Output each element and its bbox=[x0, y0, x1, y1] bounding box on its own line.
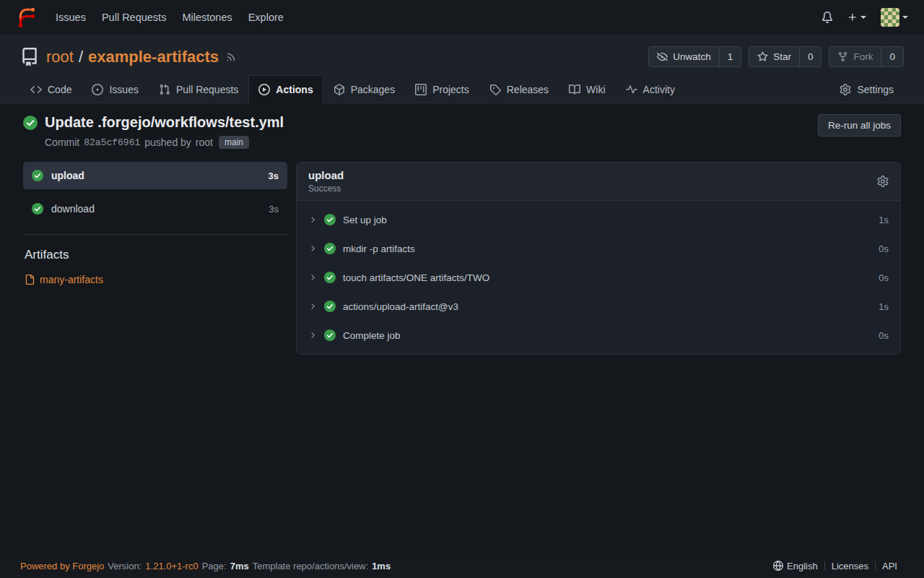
check-circle-icon bbox=[32, 203, 43, 215]
licenses-link[interactable]: Licenses bbox=[825, 561, 875, 571]
fork-button[interactable]: Fork bbox=[829, 47, 881, 66]
repo-name-link[interactable]: example-artifacts bbox=[88, 48, 219, 66]
user-menu[interactable] bbox=[881, 8, 908, 27]
job-detail-header: upload Success bbox=[297, 163, 900, 201]
unwatch-button[interactable]: Unwatch bbox=[649, 47, 719, 66]
star-button-group: Star 0 bbox=[749, 46, 821, 67]
artifact-link-many-artifacts[interactable]: many-artifacts bbox=[25, 274, 287, 285]
rerun-all-jobs-button[interactable]: Re-run all jobs bbox=[818, 114, 901, 137]
nav-milestones[interactable]: Milestones bbox=[174, 6, 240, 29]
book-icon bbox=[569, 84, 580, 95]
repo-action-buttons: Unwatch 1 Star 0 Fork 0 bbox=[648, 46, 904, 67]
run-title: Update .forgejo/workflows/test.yml bbox=[45, 114, 284, 131]
code-icon bbox=[30, 84, 42, 95]
step-row-upload-artifact[interactable]: actions/upload-artifact@v3 1s bbox=[297, 292, 900, 321]
step-row-set-up-job[interactable]: Set up job 1s bbox=[297, 205, 900, 234]
fork-button-group: Fork 0 bbox=[829, 46, 904, 67]
plus-icon bbox=[847, 12, 858, 22]
fork-icon bbox=[837, 51, 848, 62]
run-status-success-icon bbox=[23, 116, 38, 130]
repo-tabs: Code Issues Pull Requests Actions Packag… bbox=[20, 75, 904, 103]
step-row-complete-job[interactable]: Complete job 0s bbox=[297, 321, 900, 350]
tab-projects[interactable]: Projects bbox=[405, 75, 479, 103]
template-time-value: 1ms bbox=[372, 561, 391, 571]
tab-pull-requests[interactable]: Pull Requests bbox=[149, 75, 248, 103]
step-row-mkdir[interactable]: mkdir -p artifacts 0s bbox=[297, 234, 900, 263]
job-detail-title: upload bbox=[308, 169, 344, 181]
language-menu[interactable]: English bbox=[767, 561, 824, 571]
repo-owner-link[interactable]: root bbox=[46, 48, 74, 66]
footer-left: Powered by Forgejo Version: 1.21.0+1-rc0… bbox=[20, 561, 391, 571]
step-duration: 0s bbox=[879, 330, 889, 341]
artifacts-heading: Artifacts bbox=[25, 248, 287, 262]
eye-slash-icon bbox=[657, 51, 668, 62]
star-icon bbox=[757, 51, 768, 62]
version-link[interactable]: 1.21.0+1-rc0 bbox=[145, 561, 198, 571]
tab-issues[interactable]: Issues bbox=[82, 75, 148, 103]
rss-feed-button[interactable] bbox=[226, 52, 236, 62]
bell-icon bbox=[821, 12, 833, 23]
powered-by-forgejo-link[interactable]: Powered by Forgejo bbox=[20, 561, 104, 571]
job-item-upload[interactable]: upload 3s bbox=[23, 162, 287, 189]
chevron-right-icon bbox=[308, 215, 317, 224]
commit-sha-link[interactable]: 82a5cf6961 bbox=[84, 137, 140, 148]
job-detail-status: Success bbox=[308, 184, 344, 194]
avatar bbox=[881, 8, 899, 27]
step-row-touch-artifacts[interactable]: touch artifacts/ONE artifacts/TWO 0s bbox=[297, 263, 900, 292]
star-button[interactable]: Star bbox=[749, 47, 799, 66]
job-steps-list: Set up job 1s mkdir -p artifacts 0s touc… bbox=[297, 201, 900, 354]
job-detail-panel: upload Success Set up job 1s mkdir -p ar… bbox=[296, 162, 901, 355]
check-circle-icon bbox=[324, 243, 336, 254]
jobs-sidebar: upload 3s download 3s Artifacts many-art… bbox=[23, 162, 287, 285]
caret-down-icon bbox=[860, 16, 866, 19]
check-circle-icon bbox=[324, 329, 336, 341]
notifications-button[interactable] bbox=[821, 12, 833, 23]
file-icon bbox=[25, 275, 35, 285]
job-duration: 3s bbox=[269, 171, 279, 181]
tab-releases[interactable]: Releases bbox=[479, 75, 559, 103]
repo-icon bbox=[20, 48, 39, 66]
step-duration: 0s bbox=[879, 272, 889, 283]
top-navbar: Issues Pull Requests Milestones Explore bbox=[0, 0, 924, 35]
stars-count[interactable]: 0 bbox=[799, 47, 821, 66]
tab-wiki[interactable]: Wiki bbox=[559, 75, 615, 103]
run-meta: Commit 82a5cf6961 pushed by root main bbox=[45, 136, 284, 149]
chevron-right-icon bbox=[308, 244, 317, 253]
branch-badge[interactable]: main bbox=[219, 136, 249, 149]
gear-icon bbox=[840, 84, 851, 95]
job-item-download[interactable]: download 3s bbox=[23, 195, 287, 223]
commit-label: Commit bbox=[45, 137, 79, 148]
tab-packages[interactable]: Packages bbox=[323, 75, 405, 103]
rss-icon bbox=[226, 52, 236, 62]
create-new-menu[interactable] bbox=[847, 12, 866, 22]
tab-actions[interactable]: Actions bbox=[248, 75, 323, 103]
template-time-label: Template repo/actions/view: bbox=[253, 561, 368, 571]
nav-explore[interactable]: Explore bbox=[240, 6, 292, 29]
repo-header: root / example-artifacts Unwatch 1 Star … bbox=[0, 35, 924, 103]
nav-pull-requests[interactable]: Pull Requests bbox=[94, 6, 174, 29]
pull-request-icon bbox=[159, 84, 170, 95]
page-time-label: Page: bbox=[202, 561, 227, 571]
tab-code[interactable]: Code bbox=[20, 75, 82, 103]
check-circle-icon bbox=[324, 214, 336, 225]
package-icon bbox=[334, 84, 345, 95]
nav-issues[interactable]: Issues bbox=[48, 6, 94, 29]
footer-right: English Licenses API bbox=[767, 561, 904, 571]
chevron-right-icon bbox=[308, 273, 317, 282]
step-duration: 1s bbox=[879, 215, 889, 225]
tab-activity[interactable]: Activity bbox=[616, 75, 685, 103]
watchers-count[interactable]: 1 bbox=[719, 47, 741, 66]
actions-run-view: Update .forgejo/workflows/test.yml Commi… bbox=[0, 103, 924, 553]
check-circle-icon bbox=[324, 272, 336, 283]
pusher-link[interactable]: root bbox=[196, 137, 213, 148]
issue-opened-icon bbox=[92, 84, 103, 95]
forks-count[interactable]: 0 bbox=[881, 47, 903, 66]
repo-path-separator: / bbox=[79, 48, 83, 66]
chevron-right-icon bbox=[308, 302, 317, 311]
forgejo-logo[interactable] bbox=[16, 7, 38, 28]
project-icon bbox=[415, 84, 427, 95]
page-time-value: 7ms bbox=[230, 561, 249, 571]
api-link[interactable]: API bbox=[876, 561, 904, 571]
tab-settings[interactable]: Settings bbox=[829, 75, 904, 103]
job-options-button[interactable] bbox=[877, 176, 889, 187]
